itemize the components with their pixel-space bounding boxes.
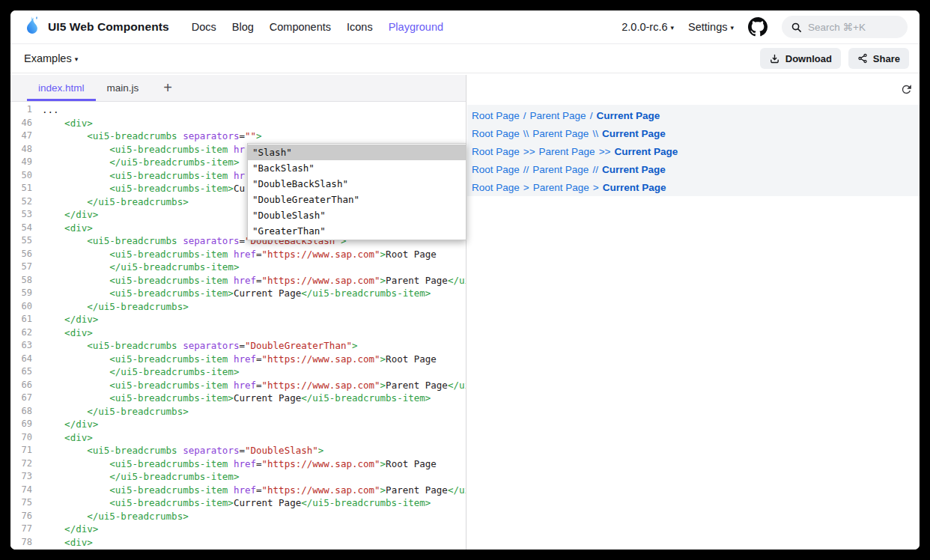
- autocomplete-option[interactable]: "Slash": [248, 144, 466, 160]
- line-content: </ui5-breadcrumbs-item>: [42, 156, 239, 169]
- code-line: 74 <ui5-breadcrumbs-item href="https://w…: [10, 484, 466, 497]
- refresh-icon[interactable]: [900, 83, 913, 96]
- line-content: <ui5-breadcrumbs-item>Cu: [42, 182, 245, 195]
- code-line: 61 </div>: [10, 313, 466, 326]
- nav-link-blog[interactable]: Blog: [232, 21, 254, 33]
- github-link[interactable]: [748, 17, 768, 37]
- line-number: 58: [10, 274, 42, 287]
- toolbar-actions: Download Share: [760, 48, 909, 69]
- code-line: 63 <ui5-breadcrumbs separators="DoubleGr…: [10, 339, 466, 353]
- line-number: 57: [10, 261, 42, 274]
- chevron-down-icon: ▾: [730, 24, 734, 31]
- breadcrumb-separator: \\: [592, 128, 598, 139]
- editor-tabs: index.htmlmain.js: [27, 75, 150, 101]
- line-number: 68: [10, 405, 42, 419]
- line-number: 51: [10, 182, 42, 195]
- line-content: </ui5-breadcrumbs-item>: [42, 365, 239, 379]
- breadcrumb-row: Root Page>>Parent Page>>Current Page: [472, 142, 920, 160]
- line-number: 64: [10, 353, 42, 366]
- line-content: </ui5-breadcrumbs>: [42, 510, 189, 523]
- code-line: 67 <ui5-breadcrumbs-item>Current Page</u…: [10, 392, 466, 405]
- code-line: 68 </ui5-breadcrumbs>: [10, 405, 466, 419]
- code-line: 75 <ui5-breadcrumbs-item>Current Page</u…: [10, 496, 466, 510]
- line-number: 74: [10, 484, 42, 497]
- line-content: <ui5-breadcrumbs-item href="https://www.…: [42, 484, 466, 497]
- search-input[interactable]: [808, 22, 898, 33]
- editor-tabbar: index.htmlmain.js +: [10, 75, 466, 102]
- line-content: <ui5-breadcrumbs-item href="https://www.…: [42, 457, 437, 471]
- line-number: 75: [10, 496, 42, 510]
- code-line: 58 <ui5-breadcrumbs-item href="https://w…: [10, 274, 466, 287]
- share-button[interactable]: Share: [848, 48, 909, 69]
- breadcrumb-link[interactable]: Root Page: [472, 128, 520, 139]
- line-number: 69: [10, 418, 42, 431]
- autocomplete-option[interactable]: "BackSlash": [248, 160, 466, 176]
- line-content: <ui5-breadcrumbs separators="">: [42, 130, 262, 143]
- line-content: <ui5-breadcrumbs separators="DoubleSlash…: [42, 444, 323, 457]
- breadcrumb-separator: /: [590, 110, 593, 121]
- line-number: 47: [10, 130, 42, 143]
- main-nav: DocsBlogComponentsIconsPlayground: [192, 21, 443, 33]
- github-icon: [748, 17, 768, 37]
- breadcrumb-link[interactable]: Parent Page: [533, 182, 589, 193]
- code-line: 62 <div>: [10, 326, 466, 340]
- autocomplete-option[interactable]: "GreaterThan": [248, 223, 466, 239]
- search-box[interactable]: [782, 16, 908, 38]
- nav-link-playground[interactable]: Playground: [389, 21, 443, 33]
- breadcrumb-separator: >>: [523, 146, 535, 157]
- examples-dropdown[interactable]: Examples▾: [24, 52, 78, 65]
- breadcrumb-row: Root Page\\Parent Page\\Current Page: [472, 124, 920, 142]
- line-number: 55: [10, 234, 42, 248]
- line-content: <ui5-breadcrumbs-item>Current Page</ui5-…: [42, 287, 431, 300]
- nav-link-docs[interactable]: Docs: [192, 21, 216, 33]
- line-number: 46: [10, 117, 42, 130]
- editor-tab-main.js[interactable]: main.js: [96, 75, 151, 101]
- preview-topbar: [467, 75, 920, 105]
- breadcrumb-separator: >: [593, 182, 599, 193]
- breadcrumb-link[interactable]: Root Page: [472, 182, 520, 193]
- brand-title: UI5 Web Components: [48, 20, 169, 34]
- line-number: 73: [10, 470, 42, 484]
- line-content: <ui5-breadcrumbs-item href="https://www.…: [42, 248, 437, 261]
- download-button[interactable]: Download: [760, 48, 841, 69]
- breadcrumb-row: Root Page//Parent Page//Current Page: [472, 160, 920, 178]
- share-icon: [857, 53, 868, 64]
- line-number: 1: [10, 103, 42, 117]
- breadcrumb-link[interactable]: Parent Page: [539, 146, 595, 157]
- autocomplete-option[interactable]: "DoubleGreaterThan": [248, 192, 466, 207]
- breadcrumb-link[interactable]: Root Page: [472, 110, 520, 121]
- line-number: 61: [10, 313, 42, 326]
- code-line: 72 <ui5-breadcrumbs-item href="https://w…: [10, 457, 466, 471]
- breadcrumb-link[interactable]: Parent Page: [530, 110, 586, 121]
- line-content: <div>: [42, 536, 93, 550]
- code-editor-pane[interactable]: index.htmlmain.js + 1...46 <div>47 <ui5-…: [10, 75, 466, 550]
- line-number: 62: [10, 326, 42, 340]
- breadcrumb-row: Root Page>Parent Page>Current Page: [472, 178, 920, 196]
- breadcrumb-current-page: Current Page: [602, 128, 666, 139]
- breadcrumb-current-page: Current Page: [596, 110, 660, 121]
- breadcrumb-link[interactable]: Root Page: [472, 146, 520, 157]
- breadcrumb-link[interactable]: Root Page: [472, 164, 520, 175]
- line-content: </div>: [42, 313, 98, 326]
- settings-dropdown[interactable]: Settings▾: [688, 21, 734, 33]
- add-tab-button[interactable]: +: [156, 75, 180, 101]
- code-line: 57 </ui5-breadcrumbs-item>: [10, 261, 466, 274]
- line-number: 72: [10, 457, 42, 471]
- line-number: 70: [10, 431, 42, 445]
- version-dropdown[interactable]: 2.0.0-rc.6▾: [621, 21, 674, 33]
- line-content: <div>: [42, 326, 93, 340]
- brand[interactable]: UI5 Web Components: [24, 16, 169, 38]
- breadcrumb-link[interactable]: Parent Page: [532, 164, 589, 175]
- nav-link-icons[interactable]: Icons: [347, 21, 373, 33]
- nav-link-components[interactable]: Components: [270, 21, 331, 33]
- autocomplete-option[interactable]: "DoubleBackSlash": [248, 176, 466, 192]
- download-icon: [769, 53, 780, 64]
- code-line: 71 <ui5-breadcrumbs separators="DoubleSl…: [10, 444, 466, 457]
- breadcrumb-separator: >: [523, 182, 529, 193]
- code-line: 59 <ui5-breadcrumbs-item>Current Page</u…: [10, 287, 466, 300]
- breadcrumb-link[interactable]: Parent Page: [532, 128, 589, 139]
- autocomplete-option[interactable]: "DoubleSlash": [248, 207, 466, 223]
- editor-tab-index.html[interactable]: index.html: [27, 75, 96, 101]
- breadcrumb-current-page: Current Page: [603, 182, 666, 193]
- line-content: <div>: [42, 431, 93, 445]
